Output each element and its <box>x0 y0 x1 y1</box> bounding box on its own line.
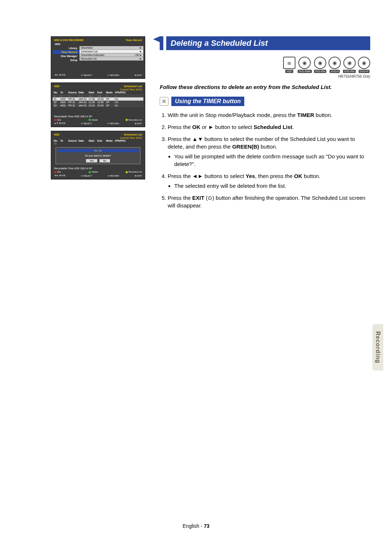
step-3-bullet: You will be prompted with the delete con… <box>174 153 370 168</box>
color-actions: Add Delete Recorded List <box>53 170 143 173</box>
osd-footer: ◄► MOVE ⊙ SELECT ↩ RETURN ⊗ EXIT <box>53 174 143 178</box>
disc-icon: ◉ <box>358 57 370 69</box>
disc-label: DVD-RW <box>314 70 327 73</box>
step-1: With the unit in Stop mode/Playback mode… <box>168 111 370 119</box>
menu-item-selected: Scheduled List► <box>79 50 143 53</box>
screenshot-column: HDD & DVD RECORDER Timer Record HDD Libr… <box>51 36 145 509</box>
table-row: 03HDDPR 01JAN 0123:1523:45SPOn <box>53 104 143 107</box>
disc-badge: ◉DVD-RW <box>343 57 356 73</box>
osd-context: Timer Record <box>126 39 142 41</box>
sub-heading: Using the TIMER button <box>171 97 244 106</box>
disc-label: DVD+R <box>359 70 369 73</box>
table-header: No.ToSourceDateStartEndModeVPS/PDC <box>53 91 143 94</box>
intro-text: Follow these directions to delete an ent… <box>160 84 370 90</box>
step-5: Press the EXIT (⊙) button after finishin… <box>168 194 370 209</box>
page-footer: English - 73 <box>0 523 392 538</box>
menu-item: Recorded List► <box>79 57 143 61</box>
dialog-no: No <box>99 159 110 162</box>
table-row: 02HDDPR 01JAN 0121:0022:00SPOn <box>53 101 143 104</box>
side-item: Setup <box>53 58 79 62</box>
osd-side-nav: Library Timer Record Disc Manager Setup <box>53 46 79 62</box>
disc-label: DVD-RAM <box>298 70 312 73</box>
hdd-icon: ≣ <box>283 57 295 69</box>
osd-scheduled-list: HDD Scheduled List Current Time 10:54 No… <box>51 82 145 127</box>
osd-delete-confirm: HDD Scheduled List Current Time 10:54 No… <box>51 131 145 179</box>
osd-footer: ▲▼ MOVE ⊙ SELECT ↩ RETURN ⊗ EXIT <box>53 121 143 125</box>
table-header: No.ToSourceDateStartEndModeVPS/PDC <box>53 139 143 142</box>
side-item-active: Timer Record <box>53 50 79 54</box>
model-note: HR755/HR756 Only <box>160 74 370 78</box>
color-actions: Add Delete Recorded List <box>53 118 143 121</box>
osd-storage: HDD <box>53 42 143 46</box>
disc-badge: ◉DVD-R <box>328 57 341 73</box>
disc-icon: ◉ <box>298 57 311 69</box>
disc-label: DVD-R <box>330 70 340 73</box>
disc-icon: ◉ <box>328 57 341 69</box>
disc-icon: ◉ <box>314 57 326 69</box>
remote-icon: ⌘ <box>160 97 168 106</box>
osd-storage: HDD <box>54 85 60 88</box>
disc-label: HDD <box>285 70 293 73</box>
current-time: Current Time 10:54 <box>53 88 143 91</box>
menu-item: ShowView Extended: Off ► <box>79 53 143 57</box>
step-3: Press the ▲▼ buttons to select the numbe… <box>168 135 370 168</box>
osd-footer: ◄► MOVE ⊙ SELECT ↩ RETURN ⊗ EXIT <box>53 73 143 77</box>
current-time: Current Time 10:54 <box>53 137 143 139</box>
disc-badge: ≣HDD <box>283 57 295 73</box>
disc-icon: ◉ <box>343 57 356 69</box>
recordable-time: Recordable Time HDD 108:14 SP <box>53 114 143 118</box>
osd-main-menu: HDD & DVD RECORDER Timer Record HDD Libr… <box>51 36 145 79</box>
dimmed-row: 01 <box>54 142 142 145</box>
disc-compatibility-row: ≣HDD◉DVD-RAM◉DVD-RW◉DVD-R◉DVD-RW◉DVD+R <box>160 57 370 73</box>
side-item: Library <box>53 46 79 50</box>
section-title-text: Deleting a Scheduled List <box>166 36 370 50</box>
disc-badge: ◉DVD+R <box>358 57 370 73</box>
table-row: 01HDDPR 01JAN 0117:3018:30SPOn <box>53 97 143 101</box>
step-2: Press the OK or ► button to select Sched… <box>168 123 370 131</box>
dialog-yes: Yes <box>86 159 97 162</box>
side-item: Disc Manager <box>53 54 79 58</box>
step-4-bullet: The selected entry will be deleted from … <box>174 182 370 190</box>
recordable-time: Recordable Time HDD 108:14 SP <box>53 166 143 170</box>
confirm-dialog: No. 01 Do you want to delete? Yes No <box>56 147 140 164</box>
instruction-column: Deleting a Scheduled List ≣HDD◉DVD-RAM◉D… <box>160 36 370 509</box>
chapter-tab: Recording <box>372 324 383 371</box>
osd-subtitle: Scheduled List <box>124 133 142 136</box>
disc-badge: ◉DVD-RW <box>314 57 327 73</box>
table-row: -------- ----:----:------ <box>53 94 143 97</box>
disc-label: DVD-RW <box>343 70 356 73</box>
section-heading: Deleting a Scheduled List <box>160 36 370 50</box>
disc-badge: ◉DVD-RAM <box>298 57 312 73</box>
dialog-message: Do you want to delete? <box>57 152 139 159</box>
osd-storage: HDD <box>54 133 60 136</box>
menu-item: ShowView► <box>79 46 143 50</box>
osd-submenu: ShowView► Scheduled List► ShowView Exten… <box>79 46 143 62</box>
osd-title: HDD & DVD RECORDER <box>54 39 83 41</box>
osd-subtitle: Scheduled List <box>124 85 142 88</box>
dialog-target: No. 01 <box>57 149 139 152</box>
instruction-steps: With the unit in Stop mode/Playback mode… <box>160 111 370 209</box>
step-4: Press the ◄► buttons to select Yes, then… <box>168 172 370 190</box>
